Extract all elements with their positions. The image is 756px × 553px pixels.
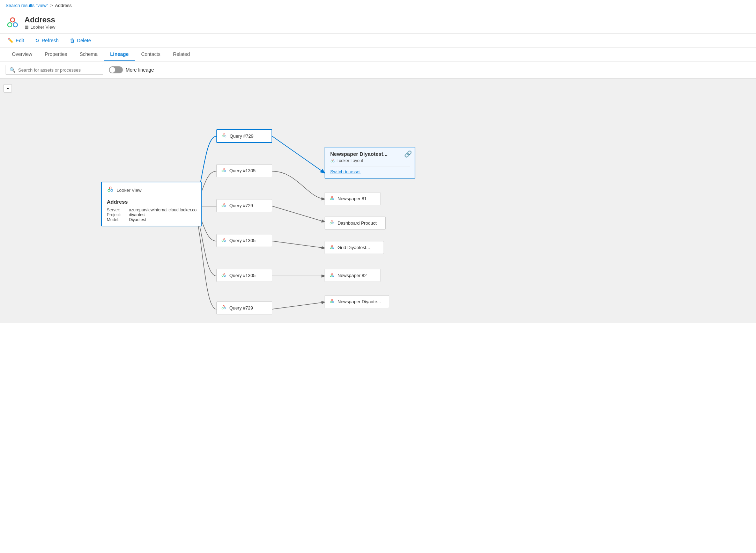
page-header: Address ▦ Looker View bbox=[0, 11, 756, 34]
svg-point-29 bbox=[332, 198, 334, 200]
toggle-switch[interactable] bbox=[109, 66, 123, 73]
project-value: diyaotest bbox=[129, 212, 146, 217]
svg-point-12 bbox=[223, 203, 225, 205]
tab-properties[interactable]: Properties bbox=[38, 48, 73, 61]
svg-point-2 bbox=[13, 23, 17, 27]
refresh-icon: ↻ bbox=[35, 38, 39, 43]
svg-point-41 bbox=[332, 301, 334, 303]
query-icon-3 bbox=[221, 202, 227, 209]
svg-point-0 bbox=[10, 18, 15, 22]
query-icon-6 bbox=[221, 305, 227, 311]
refresh-button[interactable]: ↻ Refresh bbox=[33, 36, 61, 45]
link-icon[interactable]: 🔗 bbox=[404, 150, 412, 158]
svg-point-32 bbox=[332, 223, 334, 224]
result-node-3[interactable]: Grid Diyaotest... bbox=[325, 241, 384, 254]
result-node-5[interactable]: Newspaper Diyaote... bbox=[325, 295, 389, 308]
model-label: Model: bbox=[107, 217, 126, 222]
tab-contacts[interactable]: Contacts bbox=[135, 48, 166, 61]
svg-point-5 bbox=[111, 189, 113, 191]
toolbar: ✏️ Edit ↻ Refresh 🗑 Delete bbox=[0, 34, 756, 48]
looker-view-icon bbox=[107, 186, 114, 195]
query-label-2: Query #1305 bbox=[229, 168, 255, 173]
result-label-4: Newspaper 82 bbox=[338, 273, 367, 278]
breadcrumb-separator: > bbox=[50, 3, 53, 8]
collapse-button[interactable]: » bbox=[3, 84, 12, 93]
server-label: Server: bbox=[107, 208, 126, 212]
svg-point-30 bbox=[331, 220, 333, 222]
more-lineage-label: More lineage bbox=[126, 67, 154, 73]
tab-overview[interactable]: Overview bbox=[6, 48, 38, 61]
svg-point-19 bbox=[222, 275, 223, 277]
svg-point-24 bbox=[332, 159, 333, 160]
query-label-1: Query #729 bbox=[230, 133, 253, 139]
edit-button[interactable]: ✏️ Edit bbox=[6, 36, 26, 45]
query-node-4[interactable]: Query #1305 bbox=[216, 234, 272, 247]
svg-point-18 bbox=[223, 273, 225, 275]
svg-point-6 bbox=[223, 133, 225, 135]
query-label-4: Query #1305 bbox=[229, 238, 255, 243]
query-icon-5 bbox=[221, 272, 227, 279]
query-node-6[interactable]: Query #729 bbox=[216, 301, 272, 314]
breadcrumb-link[interactable]: Search results "view" bbox=[6, 3, 48, 8]
svg-point-27 bbox=[331, 196, 333, 198]
tab-schema[interactable]: Schema bbox=[73, 48, 104, 61]
query-label-6: Query #729 bbox=[229, 305, 253, 311]
svg-point-15 bbox=[223, 238, 225, 240]
edit-icon: ✏️ bbox=[8, 38, 14, 43]
table-icon: ▦ bbox=[24, 24, 29, 30]
svg-point-8 bbox=[224, 136, 226, 137]
source-node-title: Address bbox=[107, 199, 128, 205]
svg-point-3 bbox=[109, 187, 111, 189]
svg-point-21 bbox=[223, 305, 225, 307]
query-icon-1 bbox=[221, 133, 227, 139]
delete-icon: 🗑 bbox=[70, 38, 75, 43]
tab-related[interactable]: Related bbox=[167, 48, 196, 61]
query-node-3[interactable]: Query #729 bbox=[216, 199, 272, 212]
breadcrumb: Search results "view" > Address bbox=[0, 0, 756, 11]
result-label-1: Newspaper 81 bbox=[338, 196, 367, 201]
svg-point-33 bbox=[331, 245, 333, 247]
project-label: Project: bbox=[107, 212, 126, 217]
source-node-type: Looker View bbox=[117, 188, 141, 193]
result-label-5: Newspaper Diyaote... bbox=[338, 299, 381, 304]
result-icon-1 bbox=[329, 195, 335, 202]
lineage-toolbar: 🔍 More lineage bbox=[0, 61, 756, 79]
svg-point-20 bbox=[224, 275, 226, 277]
model-value: Diyaotest bbox=[129, 217, 146, 222]
result-label-2: Dashboard Product bbox=[338, 220, 377, 226]
lineage-canvas: » bbox=[0, 79, 756, 323]
search-box: 🔍 bbox=[6, 65, 103, 75]
result-node-4[interactable]: Newspaper 82 bbox=[325, 269, 380, 282]
query-node-5[interactable]: Query #1305 bbox=[216, 269, 272, 282]
result-icon-2 bbox=[329, 220, 335, 226]
result-label-3: Grid Diyaotest... bbox=[338, 245, 370, 250]
source-node[interactable]: Looker View Address Server: azurepurview… bbox=[101, 182, 202, 226]
switch-to-asset-link[interactable]: Switch to asset bbox=[330, 169, 361, 174]
svg-point-14 bbox=[224, 205, 226, 207]
header-info: Address ▦ Looker View bbox=[24, 15, 55, 30]
query-node-1[interactable]: Query #729 bbox=[216, 129, 272, 143]
query-icon-2 bbox=[221, 167, 227, 174]
svg-point-34 bbox=[330, 247, 332, 249]
tab-lineage[interactable]: Lineage bbox=[104, 48, 135, 61]
app-logo bbox=[6, 16, 20, 30]
svg-point-38 bbox=[332, 275, 334, 277]
result-icon-5 bbox=[329, 298, 335, 305]
server-value: azurepurviewinternal.cloud.looker.co bbox=[129, 208, 197, 212]
svg-point-11 bbox=[224, 170, 226, 172]
search-input[interactable] bbox=[18, 67, 99, 73]
popup-subtitle-text: Looker Layout bbox=[336, 158, 363, 163]
source-node-meta: Server: azurepurviewinternal.cloud.looke… bbox=[107, 208, 197, 222]
query-node-2[interactable]: Query #1305 bbox=[216, 164, 272, 177]
result-node-1[interactable]: Newspaper 81 bbox=[325, 192, 380, 205]
delete-button[interactable]: 🗑 Delete bbox=[68, 36, 93, 45]
svg-point-17 bbox=[224, 240, 226, 242]
search-icon: 🔍 bbox=[9, 67, 15, 73]
result-node-2[interactable]: Dashboard Product bbox=[325, 217, 386, 230]
svg-point-9 bbox=[223, 168, 225, 170]
result-icon-3 bbox=[329, 244, 335, 251]
popup-node[interactable]: 🔗 Newspaper Diyaotest... Looker Layout S… bbox=[325, 147, 415, 179]
svg-point-22 bbox=[222, 307, 223, 309]
svg-point-10 bbox=[222, 170, 223, 172]
svg-point-36 bbox=[331, 273, 333, 275]
